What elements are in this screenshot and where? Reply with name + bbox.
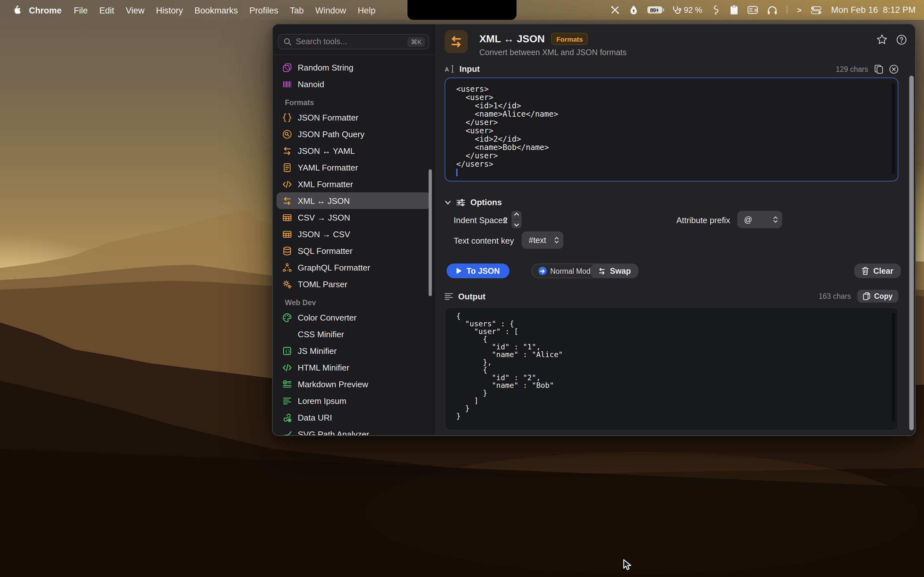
tool-subtitle: Convert between XML and JSON formats (479, 48, 627, 57)
favorite-star-icon[interactable] (877, 34, 887, 45)
output-viewer: { "users" : { "user" : [ { "id" : "1", "… (445, 307, 898, 430)
tools-icon[interactable] (610, 5, 620, 15)
sidebar-item-xml-json[interactable]: XML ↔ JSON (276, 192, 431, 209)
headphones-icon[interactable] (768, 5, 777, 15)
sidebar-item-markdown-preview[interactable]: Markdown Preview (276, 376, 431, 392)
tool-icon (444, 30, 467, 53)
input-editor[interactable]: <users> <user> <id>1</id> <name>Alice</n… (445, 77, 898, 181)
sidebar-item-json-formatter[interactable]: JSON Formatter (276, 109, 431, 126)
sidebar-item-graphql-formatter[interactable]: GraphQL Formatter (276, 259, 431, 276)
display-notch (407, 0, 517, 20)
code-icon (282, 362, 292, 372)
control-center-icon[interactable] (811, 6, 822, 14)
battery-indicator[interactable]: 89 (648, 6, 662, 14)
menu-item-history[interactable]: History (150, 5, 189, 15)
sidebar-item-label: CSV → JSON (298, 213, 350, 222)
sidebar-item-nanoid[interactable]: Nanoid (276, 76, 431, 92)
pen-wave-icon (282, 429, 292, 435)
sidebar-item-label: Data URI (298, 413, 332, 422)
menu-bar-clock[interactable]: Mon Feb 16 8:12 PM (831, 5, 916, 15)
trash-icon (862, 267, 869, 275)
input-section-header: A Input 129 chars (445, 64, 898, 74)
chevron-down-icon (445, 200, 451, 205)
sidebar-item-data-uri[interactable]: Data URI (276, 409, 431, 426)
input-scrollbar[interactable] (892, 83, 895, 174)
sidebar-item-label: SVG Path Analyzer (298, 429, 369, 435)
sidebar-item-random-string[interactable]: Random String (276, 59, 431, 76)
mouse-cursor (623, 559, 633, 571)
menu-bar-status: 89 92 % ⌘ > Mon Feb 16 8:12 PM (610, 5, 924, 15)
apple-menu-icon[interactable] (11, 5, 23, 15)
droplet-icon[interactable] (630, 5, 638, 15)
search-input[interactable]: Search tools... ⌘K (278, 34, 429, 49)
menu-item-help[interactable]: Help (352, 5, 381, 15)
output-code: { "users" : { "user" : [ { "id" : "1", "… (456, 312, 563, 420)
menu-item-chrome[interactable]: Chrome (23, 5, 68, 15)
clipboard-icon[interactable] (730, 5, 738, 15)
search-shortcut: ⌘K (408, 37, 425, 47)
sidebar-item-css-minifier[interactable]: CSS Minifier (276, 326, 431, 342)
sidebar-item-svg-path-analyzer[interactable]: SVG Path Analyzer (276, 426, 431, 435)
menu-item-view[interactable]: View (120, 5, 150, 15)
sidebar-item-yaml-formatter[interactable]: YAML Formatter (276, 159, 431, 176)
sidebar-item-xml-formatter[interactable]: XML Formatter (276, 176, 431, 192)
sidebar-item-label: JSON → CSV (298, 229, 350, 239)
menu-item-window[interactable]: Window (310, 5, 352, 15)
sidebar-item-label: JS Minifier (298, 346, 336, 356)
sidebar-item-js-minifier[interactable]: {}JS Minifier (276, 342, 431, 359)
squiggle-icon[interactable] (712, 5, 721, 15)
input-switcher-icon[interactable]: ⌘ (748, 6, 758, 14)
attribute-prefix-select[interactable]: @ (737, 211, 782, 228)
clear-button[interactable]: Clear (854, 263, 901, 278)
sidebar-item-label: JSON ↔ YAML (298, 146, 355, 155)
sidebar-item-lorem-ipsum[interactable]: Lorem Ipsum (276, 392, 431, 409)
sidebar-item-html-minifier[interactable]: HTML Minifier (276, 359, 431, 376)
search-circle-icon (282, 129, 292, 139)
paste-icon[interactable] (875, 64, 883, 73)
sidebar-item-label: Nanoid (298, 79, 324, 89)
swap-button[interactable]: Swap (590, 263, 638, 278)
copy-button[interactable]: Copy (858, 290, 899, 303)
sidebar-item-json-path-query[interactable]: JSON Path Query (276, 126, 431, 142)
window-scrollbar[interactable] (909, 76, 914, 430)
menu-item-edit[interactable]: Edit (94, 5, 120, 15)
menu-item-profiles[interactable]: Profiles (244, 5, 284, 15)
options-header[interactable]: Options (445, 197, 898, 207)
sidebar: Search tools... ⌘K Random StringNanoidFo… (273, 24, 435, 435)
menu-items: ChromeFileEditViewHistoryBookmarksProfil… (23, 4, 381, 16)
sidebar-scrollbar[interactable] (429, 169, 432, 296)
sidebar-item-csv-json[interactable]: CSV → JSON (276, 209, 431, 226)
text-caret (456, 168, 457, 176)
search-placeholder: Search tools... (296, 37, 408, 46)
to-json-button[interactable]: To JSON (447, 263, 509, 278)
chevron-right-icon[interactable]: > (797, 5, 802, 15)
table-icon (282, 212, 292, 222)
help-icon[interactable] (897, 34, 907, 45)
palette-icon (282, 312, 292, 322)
sidebar-item-toml-parser[interactable]: TOML Parser (276, 276, 431, 292)
mode-icon (538, 267, 546, 275)
sidebar-item-sql-formatter[interactable]: SQL Formatter (276, 242, 431, 259)
input-code[interactable]: <users> <user> <id>1</id> <name>Alice</n… (456, 85, 558, 168)
clear-input-icon[interactable] (889, 64, 898, 73)
menu-item-file[interactable]: File (68, 5, 94, 15)
menu-item-bookmarks[interactable]: Bookmarks (189, 5, 244, 15)
health-indicator[interactable]: 92 % (672, 5, 702, 15)
play-icon (456, 268, 462, 274)
sidebar-item-json-csv[interactable]: JSON → CSV (276, 226, 431, 242)
sliders-icon (456, 198, 465, 206)
output-scrollbar[interactable] (892, 313, 895, 422)
copy-icon (863, 292, 871, 300)
js-square-icon: {} (282, 346, 292, 356)
menu-item-tab[interactable]: Tab (284, 5, 310, 15)
sidebar-item-label: Color Converter (298, 313, 357, 322)
sidebar-item-json-yaml[interactable]: JSON ↔ YAML (276, 142, 431, 159)
check-list-icon (282, 379, 292, 389)
database-icon (282, 245, 292, 256)
indent-spaces-stepper[interactable] (511, 211, 522, 228)
dice-icon (282, 62, 292, 73)
sidebar-section-formats: Formats (273, 96, 435, 109)
sidebar-item-color-converter[interactable]: Color Converter (276, 309, 431, 326)
menu-bar-left: ChromeFileEditViewHistoryBookmarksProfil… (0, 4, 381, 16)
text-content-key-select[interactable]: #text (522, 231, 564, 249)
